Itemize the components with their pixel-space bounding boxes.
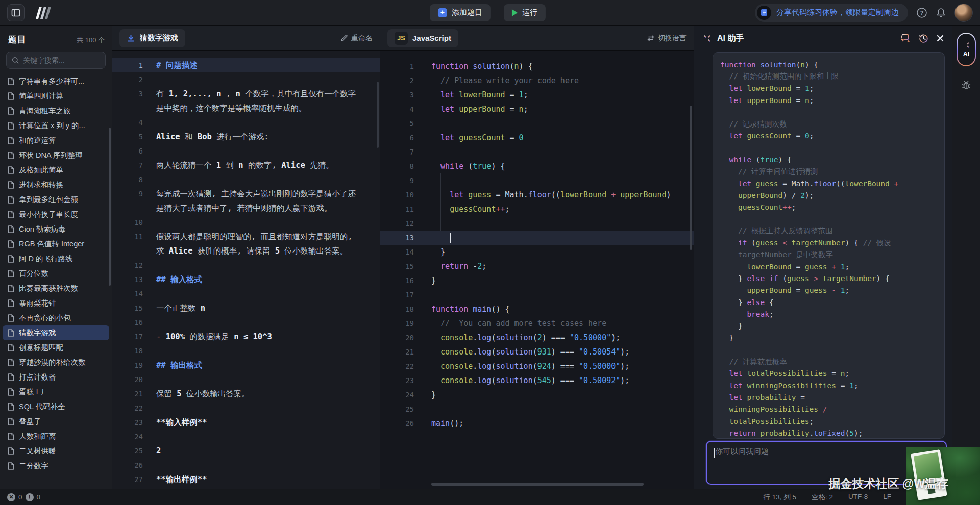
code-line[interactable]: 25 — [380, 402, 694, 416]
code-line[interactable]: 8 while (true) { — [380, 159, 694, 173]
sidebar-item[interactable]: 蛋糕工厂 — [0, 385, 112, 399]
description-line[interactable]: 23**输入样例** — [112, 415, 380, 430]
sidebar-item[interactable]: 进制求和转换 — [0, 178, 112, 192]
description-line[interactable]: 15一个正整数 n — [112, 301, 380, 315]
description-line[interactable]: 7两人轮流猜一个 1 到 n 的数字, Alice 先猜。 — [112, 158, 380, 172]
sidebar-item[interactable]: 拿到最多红包金额 — [0, 192, 112, 207]
sidebar-item[interactable]: 二叉树供暖 — [0, 444, 112, 459]
code-line[interactable]: 14 } — [380, 245, 694, 259]
history-button[interactable] — [919, 34, 928, 43]
sidebar-item[interactable]: 字符串有多少种可... — [0, 74, 112, 89]
code-line[interactable]: 3 let lowerBound = 1; — [380, 88, 694, 102]
notifications-button[interactable] — [936, 7, 946, 18]
sidebar-scrollbar[interactable] — [109, 128, 111, 286]
sidebar-item[interactable]: 计算位置 x 到 y 的... — [0, 118, 112, 133]
search-input[interactable] — [23, 56, 100, 64]
description-scrollbar[interactable] — [377, 82, 379, 148]
indentation-setting[interactable]: 空格: 2 — [812, 493, 833, 502]
code-line[interactable]: 4 let upperBound = n; — [380, 102, 694, 116]
code-line[interactable]: 21 console.log(solution(931) === "0.5005… — [380, 345, 694, 359]
description-line[interactable]: 求 Alice 获胜的概率, 请保留 5 位小数输出答案。 — [112, 244, 380, 258]
sidebar-item[interactable]: 创意标题匹配 — [0, 340, 112, 355]
new-chat-button[interactable] — [901, 34, 911, 43]
description-line[interactable]: 17- 100% 的数据满足 n ≤ 10^3 — [112, 330, 380, 344]
sidebar-item[interactable]: 穿越沙漠的补给次数 — [0, 355, 112, 370]
sidebar-item[interactable]: RGB 色值转 Integer — [0, 237, 112, 251]
switch-language-button[interactable]: 切换语言 — [647, 34, 687, 43]
sidebar-item[interactable]: 比赛最高获胜次数 — [0, 281, 112, 296]
sidebar-item[interactable]: 暴雨梨花针 — [0, 296, 112, 311]
code-line[interactable]: 5 — [380, 116, 694, 131]
code-line[interactable]: 7 — [380, 145, 694, 159]
sidebar-item[interactable]: 叠盘子 — [0, 414, 112, 429]
code-line[interactable]: 16} — [380, 273, 694, 288]
eol-setting[interactable]: LF — [883, 493, 891, 502]
description-line[interactable]: 5Alice 和 Bob 进行一个游戏: — [112, 130, 380, 144]
code-line[interactable]: 20 console.log(solution(2) === "0.50000"… — [380, 331, 694, 345]
description-line[interactable]: 14 — [112, 287, 380, 301]
code-line[interactable]: 19 // You can add more test cases here — [380, 316, 694, 331]
close-ai-button[interactable] — [937, 35, 944, 42]
description-line[interactable]: 2 — [112, 72, 380, 87]
help-button[interactable]: ? — [916, 7, 927, 18]
sidebar-item[interactable]: 阿 D 的飞行路线 — [0, 251, 112, 266]
rename-button[interactable]: 重命名 — [340, 34, 373, 43]
description-line[interactable]: 8 — [112, 172, 380, 187]
sidebar-item[interactable]: 不再贪心的小包 — [0, 311, 112, 325]
description-line[interactable]: 13## 输入格式 — [112, 272, 380, 287]
code-line[interactable]: 13 — [380, 231, 694, 245]
description-line[interactable]: 1# 问题描述 — [112, 58, 380, 72]
editor-horizontal-scrollbar[interactable] — [431, 483, 644, 486]
code-line[interactable]: 23 console.log(solution(545) === "0.5009… — [380, 373, 694, 388]
description-line[interactable]: 20 — [112, 372, 380, 387]
sidebar-item[interactable]: 及格如此简单 — [0, 163, 112, 178]
description-line[interactable]: 21保留 5 位小数输出答案。 — [112, 387, 380, 401]
encoding-setting[interactable]: UTF-8 — [848, 493, 868, 502]
debug-button[interactable] — [952, 80, 980, 91]
sidebar-item[interactable]: 二分数字 — [0, 459, 112, 473]
code-line[interactable]: 10 let guess = Math.floor((lowerBound + … — [380, 188, 694, 202]
code-line[interactable]: 11 guessCount++; — [380, 202, 694, 216]
code-line[interactable]: 18function main() { — [380, 302, 694, 316]
code-line[interactable]: 6 let guessCount = 0 — [380, 131, 694, 145]
promo-banner[interactable]: 分享代码练习体验，领限量定制周边 — [755, 4, 908, 22]
code-line[interactable]: 12 — [380, 216, 694, 231]
sidebar-item[interactable]: 打点计数器 — [0, 370, 112, 385]
sidebar-item[interactable]: Cion 勒索病毒 — [0, 222, 112, 237]
search-box[interactable] — [6, 52, 106, 69]
sidebar-item[interactable]: 最小替换子串长度 — [0, 207, 112, 222]
description-line[interactable]: 12 — [112, 258, 380, 272]
user-avatar[interactable] — [954, 4, 973, 22]
language-tab[interactable]: JS JavaScript — [387, 29, 458, 47]
description-line[interactable]: 10 — [112, 215, 380, 230]
code-line[interactable]: 2 // Please write your code here — [380, 73, 694, 88]
code-line[interactable]: 26main(); — [380, 416, 694, 431]
code-line[interactable]: 24} — [380, 388, 694, 402]
sidebar-item[interactable]: 猜数字游戏 — [3, 325, 109, 340]
sidebar-item[interactable]: 简单四则计算 — [0, 89, 112, 104]
description-line[interactable]: 18 — [112, 344, 380, 358]
description-line[interactable]: 19## 输出格式 — [112, 358, 380, 372]
description-line[interactable]: 3有 1, 2,..., n , n 个数字，其中有且仅有一个数字 — [112, 87, 380, 101]
run-button[interactable]: 运行 — [504, 4, 546, 21]
sidebar-item[interactable]: 环状 DNA 序列整理 — [0, 148, 112, 163]
description-line[interactable]: 9每完成一次猜测, 主持会大声说出刚刚的数字是猜小了还 — [112, 187, 380, 201]
sidebar-item[interactable]: 和的逆运算 — [0, 133, 112, 148]
problem-tab[interactable]: 猜数字游戏 — [119, 29, 185, 47]
description-line[interactable]: 26 — [112, 458, 380, 472]
description-line[interactable]: 252 — [112, 444, 380, 458]
code-line[interactable]: 22 console.log(solution(924) === "0.5000… — [380, 359, 694, 373]
code-line[interactable]: 15 return -2; — [380, 259, 694, 273]
ai-toggle-button[interactable]: AI — [957, 33, 976, 66]
sidebar-item[interactable]: 百分位数 — [0, 266, 112, 281]
code-line[interactable]: 17 — [380, 288, 694, 302]
description-line[interactable]: 是猜大了或者猜中了, 若猜中则猜的人赢下游戏。 — [112, 201, 380, 215]
code-line[interactable]: 1function solution(n) { — [380, 59, 694, 73]
description-line[interactable]: 11假设两人都是聪明的理智的, 而且都知道对方是聪明的, — [112, 230, 380, 244]
code-line[interactable]: 9 — [380, 173, 694, 188]
sidebar-item[interactable]: 大数和距离 — [0, 429, 112, 444]
add-problem-button[interactable]: + 添加题目 — [430, 4, 491, 21]
description-line[interactable]: 16 — [112, 315, 380, 330]
sidebar-toggle-button[interactable] — [7, 4, 24, 21]
description-line[interactable]: 22 — [112, 401, 380, 415]
